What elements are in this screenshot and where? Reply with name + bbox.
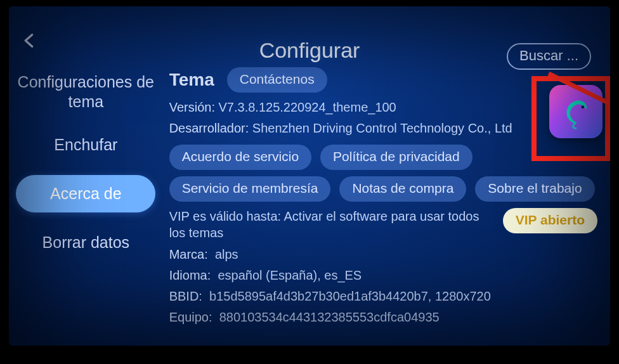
version-label: Versión: — [169, 100, 215, 114]
sidebar-item-plugin[interactable]: Enchufar — [16, 129, 155, 161]
equipo-value: 880103534c443132385553cdfca04935 — [219, 310, 440, 324]
links-row-2: Servicio de membresía Notas de compra So… — [169, 176, 597, 202]
content-body: Configuraciones de tema Enchufar Acerca … — [9, 63, 610, 346]
sidebar: Configuraciones de tema Enchufar Acerca … — [9, 63, 163, 346]
language-label: Idioma: — [169, 268, 211, 282]
chameleon-icon — [557, 93, 594, 130]
about-work-button[interactable]: Sobre el trabajo — [475, 176, 594, 202]
service-agreement-button[interactable]: Acuerdo de servicio — [169, 145, 311, 170]
header: Configurar Buscar ... — [9, 6, 610, 63]
vip-row: VIP es válido hasta: Activar el software… — [169, 208, 597, 241]
brand-label: Marca: — [169, 247, 208, 261]
language-line: Idioma: español (España), es_ES — [169, 267, 597, 284]
sidebar-item-about[interactable]: Acerca de — [16, 175, 155, 212]
sidebar-item-clear-data[interactable]: Borrar datos — [16, 226, 155, 259]
version-value: V7.3.8.125.220924_theme_100 — [219, 100, 396, 114]
equipo-label: Equipo: — [169, 310, 212, 324]
app-icon-button[interactable] — [549, 85, 603, 138]
developer-label: Desarrollador: — [169, 121, 249, 135]
developer-value: Shenzhen Driving Control Technology Co.,… — [252, 121, 512, 135]
section-label-theme: Tema — [169, 70, 214, 90]
purchase-notes-button[interactable]: Notas de compra — [339, 176, 466, 202]
contact-us-button[interactable]: Contáctenos — [227, 67, 327, 93]
svg-point-0 — [582, 105, 585, 108]
bbid-value: b15d5895af4d3b27b30ed1af3b4420b7, 1280x7… — [209, 289, 491, 303]
settings-screen: Configurar Buscar ... Configuraciones de… — [9, 6, 610, 346]
brand-value: alps — [215, 247, 238, 261]
bbid-label: BBID: — [169, 289, 202, 303]
language-value: español (España), es_ES — [218, 268, 362, 282]
vip-valid-text: VIP es válido hasta: Activar el software… — [169, 208, 493, 241]
equipo-line: Equipo: 880103534c443132385553cdfca04935 — [169, 309, 597, 326]
privacy-policy-button[interactable]: Política de privacidad — [320, 145, 472, 170]
bbid-line: BBID: b15d5895af4d3b27b30ed1af3b4420b7, … — [169, 288, 597, 305]
brand-line: Marca: alps — [169, 246, 597, 263]
membership-service-button[interactable]: Servicio de membresía — [169, 176, 331, 202]
main-panel: Tema Contáctenos Versión: V7.3.8.125.220… — [163, 63, 610, 346]
sidebar-item-theme-config[interactable]: Configuraciones de tema — [16, 70, 155, 115]
vip-open-button[interactable]: VIP abierto — [503, 208, 597, 233]
